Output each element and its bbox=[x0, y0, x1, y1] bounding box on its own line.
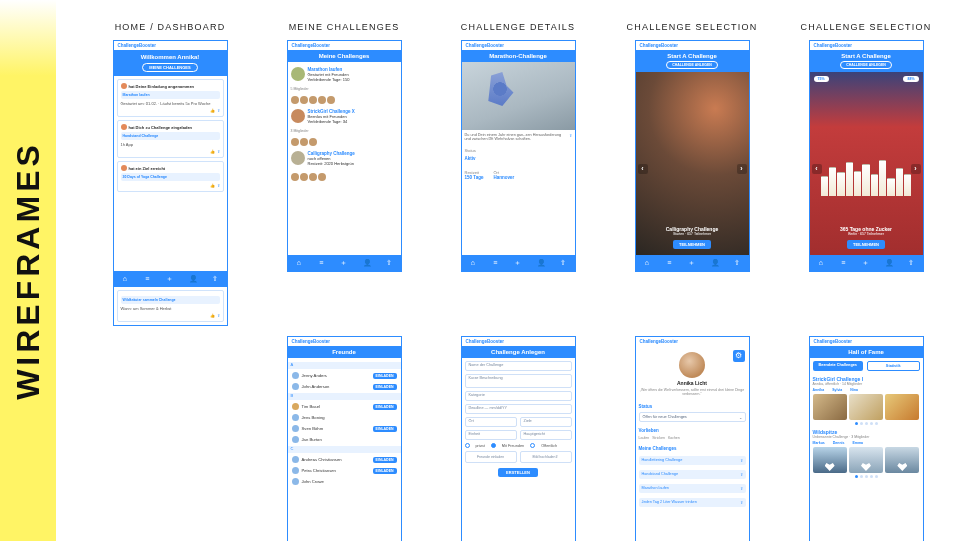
nav-profile-icon[interactable]: 👤 bbox=[363, 259, 371, 267]
input-ziele[interactable]: Ziele bbox=[520, 417, 572, 427]
feed-card[interactable]: hat Dich zu Challenge eingeladen Handsta… bbox=[117, 120, 224, 158]
heart-icon[interactable] bbox=[861, 463, 871, 471]
hof-thumb[interactable] bbox=[849, 394, 883, 420]
nav-profile-icon[interactable]: 👤 bbox=[885, 259, 893, 267]
share-icon[interactable]: ⇪ bbox=[740, 472, 743, 477]
input-haupt[interactable]: Hauptgericht bbox=[520, 430, 572, 440]
nav-profile-icon[interactable]: 👤 bbox=[711, 259, 719, 267]
profile-avatar[interactable] bbox=[679, 352, 705, 378]
friend-row[interactable]: Jens Boning bbox=[291, 412, 398, 423]
input-deadline[interactable]: Deadline — mm/dd/YY bbox=[465, 404, 572, 414]
nav-hof-icon[interactable]: ⇧ bbox=[211, 275, 219, 283]
nav-list-icon[interactable]: ≡ bbox=[317, 259, 325, 267]
nav-list-icon[interactable]: ≡ bbox=[665, 259, 673, 267]
nav-list-icon[interactable]: ≡ bbox=[839, 259, 847, 267]
hof-thumb[interactable] bbox=[885, 447, 919, 473]
feed-card[interactable]: hat Deine Einladung angenommen Marathon … bbox=[117, 79, 224, 117]
friend-row[interactable]: Tim BaselEINLADEN bbox=[291, 401, 398, 412]
hof-thumb[interactable] bbox=[885, 394, 919, 420]
hof-thumb[interactable] bbox=[849, 447, 883, 473]
like-icon[interactable]: 👍 bbox=[210, 313, 215, 318]
share-icon[interactable]: ⇪ bbox=[217, 183, 220, 188]
nav-home-icon[interactable]: ⌂ bbox=[121, 275, 129, 283]
hof-thumb[interactable] bbox=[813, 394, 847, 420]
like-icon[interactable]: 👍 bbox=[210, 108, 215, 113]
tab-statistik[interactable]: Statistik bbox=[867, 361, 920, 371]
chevron-right-icon[interactable]: › bbox=[737, 164, 747, 174]
share-icon[interactable]: ⇪ bbox=[740, 458, 743, 463]
invite-badge[interactable]: EINLADEN bbox=[373, 426, 397, 432]
feed-card[interactable]: hat ein Ziel erreicht 30 Days of Yoga Ch… bbox=[117, 161, 224, 192]
nav-add-icon[interactable]: ＋ bbox=[166, 275, 174, 283]
nav-hof-icon[interactable]: ⇧ bbox=[733, 259, 741, 267]
invite-badge[interactable]: EINLADEN bbox=[373, 384, 397, 390]
upload-friends[interactable]: Freunde einladen bbox=[465, 451, 517, 463]
nav-list-icon[interactable]: ≡ bbox=[491, 259, 499, 267]
share-icon[interactable]: ⇪ bbox=[217, 149, 220, 154]
nav-profile-icon[interactable]: 👤 bbox=[189, 275, 197, 283]
nav-hof-icon[interactable]: ⇧ bbox=[907, 259, 915, 267]
friend-row[interactable]: Petra ChristiansenEINLADEN bbox=[291, 465, 398, 476]
invite-badge[interactable]: EINLADEN bbox=[373, 404, 397, 410]
mini-challenge[interactable]: Handlettering Challenge⇪ bbox=[639, 456, 746, 465]
heart-icon[interactable] bbox=[897, 463, 907, 471]
extra-card[interactable]: Wildkräuter sammeln Challenge Wann: am S… bbox=[117, 290, 224, 322]
input-ort[interactable]: Ort bbox=[465, 417, 517, 427]
like-icon[interactable]: 👍 bbox=[210, 149, 215, 154]
heart-icon[interactable] bbox=[825, 463, 835, 471]
share-icon[interactable]: ⇪ bbox=[217, 108, 220, 113]
chevron-left-icon[interactable]: ‹ bbox=[638, 164, 648, 174]
nav-list-icon[interactable]: ≡ bbox=[143, 275, 151, 283]
share-icon[interactable]: ⇪ bbox=[217, 313, 220, 318]
cover-zucker[interactable]: 75% 88% ‹ › 365 Tage ohne Zucker Berlin … bbox=[810, 72, 923, 255]
cover-calligraphy[interactable]: ‹ › Calligraphy Challenge Starten · 657 … bbox=[636, 72, 749, 255]
chevron-right-icon[interactable]: › bbox=[911, 164, 921, 174]
input-desc[interactable]: Kurze Beschreibung bbox=[465, 374, 572, 388]
share-icon[interactable]: ⇪ bbox=[740, 500, 743, 505]
hof-thumb[interactable] bbox=[813, 447, 847, 473]
nav-profile-icon[interactable]: 👤 bbox=[537, 259, 545, 267]
challenge-item[interactable]: Calligraphy Challengenoch offenenRestzei… bbox=[291, 149, 398, 168]
invite-badge[interactable]: EINLADEN bbox=[373, 457, 397, 463]
nav-home-icon[interactable]: ⌂ bbox=[817, 259, 825, 267]
pill-anlegen[interactable]: CHALLENGE ANLEGEN bbox=[840, 61, 892, 69]
friend-row[interactable]: Jenny AndersEINLADEN bbox=[291, 370, 398, 381]
input-einheit[interactable]: Einheit bbox=[465, 430, 517, 440]
friend-row[interactable]: John AndersonEINLADEN bbox=[291, 381, 398, 392]
nav-home-icon[interactable]: ⌂ bbox=[469, 259, 477, 267]
like-icon[interactable]: 👍 bbox=[210, 183, 215, 188]
nav-add-icon[interactable]: ＋ bbox=[688, 259, 696, 267]
nav-home-icon[interactable]: ⌂ bbox=[295, 259, 303, 267]
radio-mit[interactable] bbox=[491, 443, 496, 448]
nav-home-icon[interactable]: ⌂ bbox=[643, 259, 651, 267]
hero-cta[interactable]: MEINE CHALLENGES bbox=[142, 63, 197, 72]
input-name[interactable]: Name der Challenge bbox=[465, 361, 572, 371]
status-select[interactable]: Offen für neue Challenges⌄ bbox=[639, 412, 746, 422]
nav-add-icon[interactable]: ＋ bbox=[514, 259, 522, 267]
tab-beendete[interactable]: Beendete Challenges bbox=[813, 361, 864, 371]
mini-challenge[interactable]: Jeden Tag 2 Liter Wasser trinken⇪ bbox=[639, 498, 746, 507]
gear-icon[interactable]: ⚙ bbox=[733, 350, 745, 362]
mini-challenge[interactable]: Handstand Challenge⇪ bbox=[639, 470, 746, 479]
nav-hof-icon[interactable]: ⇧ bbox=[385, 259, 393, 267]
challenge-item[interactable]: StrickGirl Challenge XBeenlos mit Freund… bbox=[291, 107, 398, 126]
friend-row[interactable]: Sven BöhmEINLADEN bbox=[291, 423, 398, 434]
create-button[interactable]: ERSTELLEN bbox=[498, 468, 538, 477]
upload-image[interactable]: Bild hochladen ⇪ bbox=[520, 451, 572, 463]
share-icon[interactable]: ⇪ bbox=[569, 133, 572, 141]
radio-off[interactable] bbox=[530, 443, 535, 448]
radio-privat[interactable] bbox=[465, 443, 470, 448]
friend-row[interactable]: Jan Burton bbox=[291, 434, 398, 445]
nav-add-icon[interactable]: ＋ bbox=[340, 259, 348, 267]
teilnehmen-button[interactable]: TEILNEHMEN bbox=[847, 240, 885, 249]
nav-add-icon[interactable]: ＋ bbox=[862, 259, 870, 267]
invite-badge[interactable]: EINLADEN bbox=[373, 468, 397, 474]
mini-challenge[interactable]: Marathon laufen⇪ bbox=[639, 484, 746, 493]
friend-row[interactable]: Andreas ChristiansenEINLADEN bbox=[291, 454, 398, 465]
invite-badge[interactable]: EINLADEN bbox=[373, 373, 397, 379]
pill-anlegen[interactable]: CHALLENGE ANLEGEN bbox=[666, 61, 718, 69]
teilnehmen-button[interactable]: TEILNEHMEN bbox=[673, 240, 711, 249]
friend-row[interactable]: John Crowe bbox=[291, 476, 398, 487]
nav-hof-icon[interactable]: ⇧ bbox=[559, 259, 567, 267]
challenge-item[interactable]: Marathon laufenGestartet mit FreundenVer… bbox=[291, 65, 398, 84]
